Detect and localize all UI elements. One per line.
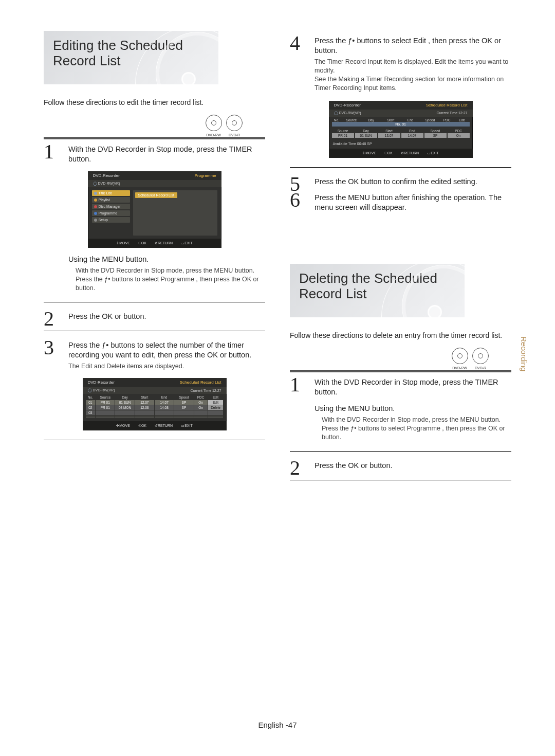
step-edit-4: 4 Press the ƒ• buttons to select Edit , … — [290, 36, 511, 93]
step-subtitle: Using the MENU button. — [68, 255, 265, 263]
step-del-1: 1 With the DVD Recorder in Stop mode, pr… — [290, 377, 511, 442]
step-text: With the DVD Recorder in Stop mode, pres… — [314, 377, 511, 397]
sidebar-item-setup: Setup — [92, 217, 130, 223]
step-number: 2 — [44, 309, 54, 329]
table-row: 02 PR 0103 MON 12:0814:08 SPOn Delete — [86, 405, 224, 410]
footer-page-number: 47 — [288, 721, 297, 729]
step-number: 3 — [44, 337, 54, 358]
step-text: Press the OK or button. — [314, 461, 511, 471]
step-note: The Edit and Delete items are displayed. — [68, 362, 265, 371]
step-number: 4 — [290, 33, 300, 53]
step-del-2: 2 Press the OK or button. — [290, 461, 511, 471]
osd-hint-move: ✢MOVE — [116, 241, 130, 245]
popup-delete: Delete — [208, 405, 224, 410]
section-tab: Recording — [520, 336, 528, 371]
intro-text: Follow these directions to delete an ent… — [290, 331, 511, 340]
osd-brand: DVD-Recorder — [88, 380, 115, 385]
osd-table-header: No. SourceDay StartEnd SpeedPDC Edit — [83, 394, 227, 399]
osd-edit-header: Source Day Start End Speed PDC — [332, 129, 470, 133]
intro-text: Follow these directions to edit the time… — [44, 98, 265, 107]
sidebar-item-playlist: Playlist — [92, 197, 130, 203]
step-number: 1 — [44, 141, 54, 162]
osd-timer-input: DVD-Recorder Scheduled Record List ◯ DVD… — [329, 101, 473, 158]
disc-dvdr-icon: DVD-R — [472, 348, 489, 364]
heading-banner-deleting: Deleting the Scheduled Record List — [290, 264, 465, 317]
osd-hint-ok: ☉OK — [138, 241, 146, 245]
table-row — [86, 417, 224, 418]
step-subtext-b: Press the ƒ• buttons to select Programme… — [322, 424, 511, 442]
osd-available-time: Available Time 00:48 SP — [329, 140, 473, 149]
menu-option-scheduled-record-list: Scheduled Record List — [135, 192, 177, 198]
osd-screen-title: Scheduled Record List — [426, 103, 468, 107]
table-row: 01 PR 0101 SUN 12:0714:07 SPOn Edit — [86, 400, 224, 405]
step-edit-5: 5 Press the OK button to confirm the edi… — [290, 177, 511, 187]
osd-media: DVD-RW(VR) — [98, 182, 120, 185]
step-subtext-a: With the DVD Recorder in Stop mode, pres… — [322, 416, 511, 424]
osd-programme-menu: DVD-Recorder Programme ◯ DVD-RW(VR) Titl… — [88, 171, 221, 248]
step-edit-1-menu: Using the MENU button. With the DVD Reco… — [44, 255, 265, 293]
osd-entry-label: No. 01 — [332, 122, 470, 127]
osd-media: DVD-RW(VR) — [339, 111, 361, 115]
step-note-a: The Timer Record Input item is displayed… — [314, 58, 511, 75]
table-row: 03 — [86, 410, 224, 415]
sidebar-item-title-list: Title List — [92, 190, 130, 196]
osd-brand: DVD-Recorder — [93, 173, 120, 178]
footer-language: English - — [258, 721, 288, 729]
osd-current-time: Current Time 12:27 — [191, 389, 221, 392]
page-footer: English -47 — [0, 721, 555, 729]
osd-edit-values: PR 01 01 SUN 13:07 14:07 SP On — [332, 133, 470, 138]
step-text: Press the ƒ• buttons to select the numbe… — [68, 340, 265, 360]
step-edit-1: 1 With the DVD Recorder in Stop mode, pr… — [44, 145, 265, 164]
step-text: With the DVD Recorder in Stop mode, pres… — [68, 145, 265, 164]
step-text: Press the OK button to confirm the edite… — [314, 177, 511, 187]
disc-dvdrw-icon: DVD-RW — [452, 348, 468, 364]
osd-brand: DVD-Recorder — [334, 103, 361, 107]
step-text: Press the ƒ• buttons to select Edit , th… — [314, 36, 511, 56]
disc-icon-row: DVD-RW DVD-R — [290, 348, 511, 366]
heading-banner-editing: Editing the Scheduled Record List — [44, 31, 218, 84]
disc-icon-row: DVD-RW DVD-R — [44, 115, 265, 133]
osd-screen-title: Programme — [195, 173, 216, 178]
osd-screen-title: Scheduled Record List — [180, 380, 221, 385]
osd-media: DVD-RW(VR) — [92, 388, 115, 392]
step-subtext-b: Press the ƒ• buttons to select Programme… — [76, 275, 265, 293]
sidebar-item-disc-manager: Disc Manager — [92, 204, 130, 209]
disc-dvdr-icon: DVD-R — [226, 115, 243, 131]
osd-hint-return: ↺RETURN — [155, 241, 173, 245]
sidebar-item-programme: Programme — [92, 210, 130, 216]
popup-edit: Edit — [208, 400, 224, 405]
step-note-b: See the Making a Timer Recording section… — [314, 75, 511, 93]
step-text: Press the MENU button after finishing th… — [314, 193, 511, 212]
osd-current-time: Current Time 12:27 — [437, 111, 468, 115]
table-row — [86, 416, 224, 417]
step-number: 2 — [290, 458, 300, 478]
step-text: Press the OK or button. — [68, 312, 265, 321]
step-number: 6 — [290, 190, 300, 210]
disc-dvdrw-icon: DVD-RW — [206, 115, 222, 131]
step-subtitle: Using the MENU button. — [314, 404, 511, 412]
step-edit-6: 6 Press the MENU button after finishing … — [290, 193, 511, 212]
osd-hint-exit: ▭EXIT — [181, 241, 193, 245]
step-number: 1 — [290, 374, 300, 395]
osd-table-header: No. SourceDay StartEnd SpeedPDC Edit — [329, 117, 473, 122]
step-subtext-a: With the DVD Recorder in Stop mode, pres… — [76, 266, 265, 275]
step-edit-3: 3 Press the ƒ• buttons to select the num… — [44, 340, 265, 371]
step-edit-2: 2 Press the OK or button. — [44, 312, 265, 321]
osd-scheduled-list: DVD-Recorder Scheduled Record List ◯ DVD… — [83, 378, 227, 430]
